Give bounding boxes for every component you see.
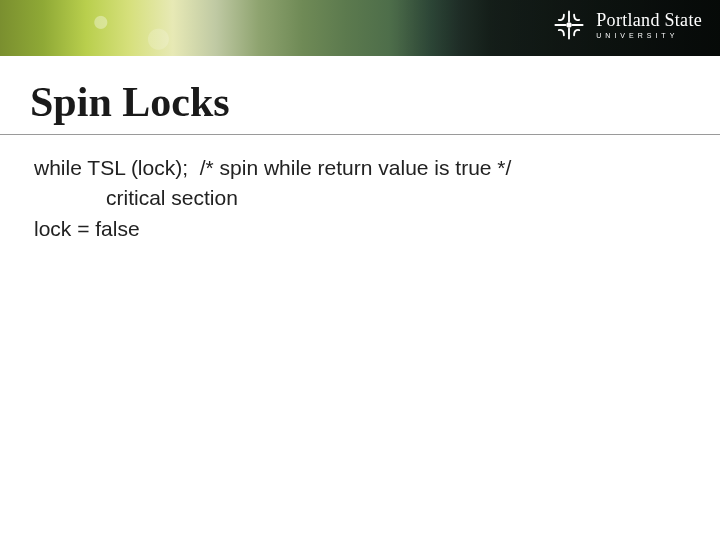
- code-line-2: critical section: [34, 183, 686, 213]
- logo-mark-icon: [552, 8, 586, 42]
- university-logo: Portland State UNIVERSITY: [552, 8, 702, 42]
- logo-text: Portland State UNIVERSITY: [596, 11, 702, 39]
- code-line-3: lock = false: [34, 214, 686, 244]
- slide: Portland State UNIVERSITY Spin Locks whi…: [0, 0, 720, 540]
- banner: Portland State UNIVERSITY: [0, 0, 720, 56]
- brand-subline: UNIVERSITY: [596, 32, 702, 39]
- brand-name: Portland State: [596, 11, 702, 29]
- svg-point-0: [567, 22, 572, 27]
- slide-body: while TSL (lock); /* spin while return v…: [0, 135, 720, 244]
- code-line-1: while TSL (lock); /* spin while return v…: [34, 153, 686, 183]
- code-line-2-text: critical section: [34, 183, 238, 213]
- slide-title: Spin Locks: [0, 56, 720, 135]
